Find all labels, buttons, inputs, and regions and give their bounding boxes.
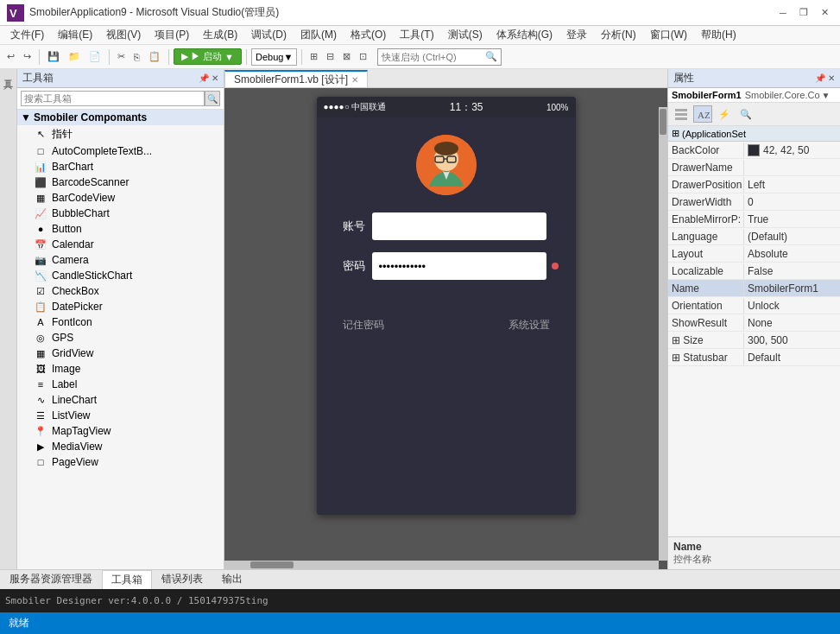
props-events-btn[interactable]: ⚡ xyxy=(715,105,734,123)
save-btn[interactable]: 💾 xyxy=(44,48,63,67)
password-input[interactable] xyxy=(372,252,546,280)
quick-search-box[interactable]: 🔍 xyxy=(377,48,502,66)
window-controls[interactable]: ─ ❒ ✕ xyxy=(774,4,833,22)
toolbox-item-barchart[interactable]: 📊 BarChart xyxy=(17,159,224,174)
bottom-tab-errors[interactable]: 错误列表 xyxy=(152,569,212,589)
align-btn4[interactable]: ⊡ xyxy=(356,48,370,67)
copy-btn[interactable]: ⎘ xyxy=(130,48,143,67)
prop-language[interactable]: Language (Default) xyxy=(668,228,840,245)
toolbox-item-linechart[interactable]: ∿ LineChart xyxy=(17,392,224,408)
prop-layout[interactable]: Layout Absolute xyxy=(668,245,840,263)
prop-enablemirror[interactable]: EnableMirrorP: True xyxy=(668,211,840,228)
toolbox-actions[interactable]: 📌 ✕ xyxy=(199,73,218,83)
open-btn[interactable]: 📁 xyxy=(65,48,84,67)
align-btn1[interactable]: ⊞ xyxy=(306,48,321,67)
menu-test[interactable]: 测试(S) xyxy=(441,26,489,44)
menu-arch[interactable]: 体系结构(G) xyxy=(489,26,559,44)
prop-statusbar[interactable]: ⊞ Statusbar Default xyxy=(668,349,840,366)
menu-edit[interactable]: 编辑(E) xyxy=(51,26,99,44)
toolbox-item-gridview[interactable]: ▦ GridView xyxy=(17,346,224,361)
prop-name[interactable]: Name SmobilerForm1 xyxy=(668,280,840,297)
account-input[interactable] xyxy=(372,212,546,240)
prop-drawerwidth[interactable]: DrawerWidth 0 xyxy=(668,193,840,211)
toolbox-group-header[interactable]: ▼ Smobiler Compomants xyxy=(17,110,224,125)
toolbox-item-candlestick[interactable]: 📉 CandleStickChart xyxy=(17,268,224,283)
menu-team[interactable]: 团队(M) xyxy=(294,26,344,44)
toolbox-item-bubblechart[interactable]: 📈 BubbleChart xyxy=(17,206,224,221)
toolbox-item-gps[interactable]: ◎ GPS xyxy=(17,330,224,346)
bottom-tab-toolbox[interactable]: 工具箱 xyxy=(102,570,152,589)
design-tab[interactable]: SmobilerForm1.vb [设计] ✕ xyxy=(224,70,368,87)
toolbox-item-camera[interactable]: 📷 Camera xyxy=(17,252,224,268)
menu-build[interactable]: 生成(B) xyxy=(196,26,244,44)
toolbox-item-pointer[interactable]: ↖ 指针 xyxy=(17,125,224,143)
menu-window[interactable]: 窗口(W) xyxy=(643,26,694,44)
restore-button[interactable]: ❒ xyxy=(795,4,812,22)
cut-btn[interactable]: ✂ xyxy=(114,48,129,67)
menu-help[interactable]: 帮助(H) xyxy=(694,26,743,44)
prop-backcolor[interactable]: BackColor 42, 42, 50 xyxy=(668,142,840,159)
menu-debug[interactable]: 调试(D) xyxy=(244,26,294,44)
menu-login[interactable]: 登录 xyxy=(559,26,594,44)
bottom-tab-output[interactable]: 输出 xyxy=(212,569,252,589)
horizontal-scrollbar[interactable] xyxy=(224,561,659,569)
paste-btn[interactable]: 📋 xyxy=(145,48,164,67)
menu-tools[interactable]: 工具(T) xyxy=(393,26,440,44)
toolbox-item-checkbox[interactable]: ☑ CheckBox xyxy=(17,283,224,299)
horizontal-scroll-thumb[interactable] xyxy=(250,561,294,568)
debug-dropdown[interactable]: Debug ▼ xyxy=(251,48,297,66)
prop-drawerposition[interactable]: DrawerPosition Left xyxy=(668,176,840,193)
props-section-app[interactable]: ⊞ (ApplicationSet xyxy=(668,126,840,142)
align-btn2[interactable]: ⊟ xyxy=(323,48,338,67)
menu-format[interactable]: 格式(O) xyxy=(344,26,393,44)
toolbox-search-button[interactable]: 🔍 xyxy=(205,91,220,106)
toolbox-item-barcodescanner[interactable]: ⬛ BarcodeScanner xyxy=(17,174,224,190)
prop-showresult-value: None xyxy=(744,315,840,331)
toolbox-item-maptagview[interactable]: 📍 MapTagView xyxy=(17,423,224,439)
toolbox-item-fonticon[interactable]: A FontIcon xyxy=(17,314,224,330)
quick-search-input[interactable] xyxy=(382,52,485,62)
prop-orientation[interactable]: Orientation Unlock xyxy=(668,297,840,314)
toolbox-item-datepicker[interactable]: 📋 DatePicker xyxy=(17,299,224,314)
close-button[interactable]: ✕ xyxy=(816,4,833,22)
undo-btn[interactable]: ↩ xyxy=(3,48,18,67)
vertical-scrollbar[interactable] xyxy=(659,107,667,561)
minimize-button[interactable]: ─ xyxy=(774,4,792,22)
prop-localizable[interactable]: Localizable False xyxy=(668,263,840,280)
prop-size[interactable]: ⊞ Size 300, 500 xyxy=(668,332,840,349)
toolbox-item-button[interactable]: ● Button xyxy=(17,221,224,237)
menu-view[interactable]: 视图(V) xyxy=(99,26,148,44)
toolbox-item-autocomplete[interactable]: □ AutoCompleteTextB... xyxy=(17,143,224,159)
toolbox-pin-btn[interactable]: 📌 xyxy=(199,73,209,83)
bottom-tab-server[interactable]: 服务器资源管理器 xyxy=(0,569,102,589)
toolbox-item-pageview[interactable]: □ PageView xyxy=(17,454,224,470)
props-sort-alpha-btn[interactable]: AZ xyxy=(693,105,712,123)
prop-showresult[interactable]: ShowResult None xyxy=(668,314,840,332)
menu-project[interactable]: 项目(P) xyxy=(148,26,196,44)
menu-analyze[interactable]: 分析(N) xyxy=(594,26,643,44)
props-close-btn[interactable]: ✕ xyxy=(828,73,835,83)
start-button[interactable]: ▶ ▶ 启动 ▼ xyxy=(174,48,242,65)
align-btn3[interactable]: ⊠ xyxy=(339,48,354,67)
new-btn[interactable]: 📄 xyxy=(85,48,104,67)
vertical-scroll-thumb[interactable] xyxy=(660,109,666,135)
toolbox-item-barcodeview[interactable]: ▦ BarCodeView xyxy=(17,190,224,206)
toolbox-item-listview[interactable]: ☰ ListView xyxy=(17,408,224,423)
props-filter-btn[interactable]: 🔍 xyxy=(736,105,755,123)
props-sort-category-btn[interactable] xyxy=(672,105,691,123)
toolbox-item-image[interactable]: 🖼 Image xyxy=(17,361,224,377)
toolbox-close-btn[interactable]: ✕ xyxy=(212,73,218,83)
toolbox-item-label[interactable]: ≡ Label xyxy=(17,377,224,392)
design-tab-close[interactable]: ✕ xyxy=(351,75,358,85)
phone-mockup[interactable]: ●●●●○ 中国联通 11：35 100% xyxy=(317,97,576,515)
props-pin-btn[interactable]: 📌 xyxy=(815,73,825,83)
props-actions[interactable]: 📌 ✕ xyxy=(815,73,835,83)
prop-drawername[interactable]: DrawerName xyxy=(668,159,840,176)
menu-file[interactable]: 文件(F) xyxy=(3,26,51,44)
toolbox-item-mediaview[interactable]: ▶ MediaView xyxy=(17,439,224,454)
toolbox-search-input[interactable] xyxy=(21,91,205,106)
redo-btn[interactable]: ↪ xyxy=(20,48,35,67)
phone-footer: 记住密码 系统设置 xyxy=(334,309,559,338)
toolbox-item-calendar[interactable]: 📅 Calendar xyxy=(17,237,224,252)
design-area[interactable]: ●●●●○ 中国联通 11：35 100% xyxy=(224,88,667,569)
